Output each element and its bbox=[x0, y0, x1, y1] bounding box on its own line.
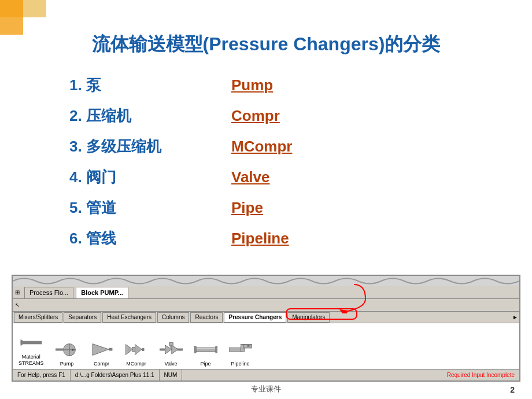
icon-valve-label: Valve bbox=[165, 361, 178, 367]
item-3-cn: 3. 多级压缩机 bbox=[69, 136, 220, 157]
icon-pipe-label: Pipe bbox=[201, 361, 211, 367]
tab-mixers-splitters[interactable]: Mixers/Splitters bbox=[14, 312, 62, 323]
icon-mcompr-label: MCompr bbox=[126, 361, 146, 367]
svg-rect-21 bbox=[177, 349, 183, 351]
icon-compr[interactable]: Compr bbox=[90, 339, 113, 367]
item-4-cn: 4. 阀门 bbox=[69, 167, 220, 187]
model-tabs: Mixers/Splitters Separators Heat Exchang… bbox=[13, 312, 519, 323]
icon-pump[interactable]: Pump bbox=[56, 339, 79, 367]
item-5-cn: 5. 管道 bbox=[69, 198, 220, 218]
item-1-cn: 1. 泵 bbox=[69, 75, 220, 95]
statusbar: For Help, press F1 d:\...g Folders\Aspen… bbox=[13, 369, 519, 380]
title-prefix: 流体输送模型 bbox=[92, 34, 203, 54]
cursor-icon: ⊞ bbox=[15, 289, 20, 295]
tab-reactors[interactable]: Reactors bbox=[190, 312, 223, 323]
tab-manipulators[interactable]: Manipulators bbox=[287, 312, 330, 323]
list-item: 4. 阀门 Valve bbox=[69, 167, 292, 187]
app-toolbar: ↖ bbox=[13, 299, 519, 312]
svg-rect-2 bbox=[0, 0, 23, 17]
svg-rect-27 bbox=[215, 346, 217, 353]
app-titlebar: ⊞ Process Flo... Block PUMP... bbox=[13, 286, 519, 299]
svg-rect-6 bbox=[56, 349, 64, 351]
icon-compr-label: Compr bbox=[94, 361, 109, 367]
svg-rect-28 bbox=[229, 348, 242, 352]
slide: 流体输送模型(Pressure Changers)的分类 1. 泵 Pump 2… bbox=[0, 0, 532, 399]
red-arrow bbox=[308, 282, 377, 313]
screenshot-area: ⊞ Process Flo... Block PUMP... ↖ Mixers/… bbox=[12, 275, 520, 382]
status-path: d:\...g Folders\Aspen Plus 11.1 bbox=[71, 370, 160, 380]
list-item: 5. 管道 Pipe bbox=[69, 198, 292, 218]
item-4-en: Valve bbox=[231, 168, 270, 186]
scroll-right-icon[interactable]: ► bbox=[512, 314, 518, 320]
svg-rect-25 bbox=[194, 348, 217, 349]
svg-rect-15 bbox=[142, 348, 144, 351]
icon-mcompr[interactable]: MCompr bbox=[125, 339, 148, 367]
icon-pipe[interactable]: Pipe bbox=[194, 339, 217, 367]
svg-marker-4 bbox=[20, 339, 25, 346]
item-6-cn: 6. 管线 bbox=[69, 228, 220, 249]
items-container: 1. 泵 Pump 2. 压缩机 Compr 3. 多级压缩机 MCompr 4… bbox=[69, 75, 292, 249]
item-6-en: Pipeline bbox=[231, 230, 289, 247]
list-item: 1. 泵 Pump bbox=[69, 75, 292, 95]
tab-pressure-changers[interactable]: Pressure Changers bbox=[224, 312, 286, 323]
list-item: 6. 管线 Pipeline bbox=[69, 228, 292, 249]
list-item: 3. 多级压缩机 MCompr bbox=[69, 136, 292, 157]
svg-rect-26 bbox=[194, 346, 196, 353]
svg-marker-20 bbox=[171, 345, 178, 354]
item-5-en: Pipe bbox=[231, 199, 263, 217]
tab-heat-exchangers[interactable]: Heat Exchangers bbox=[102, 312, 156, 323]
svg-rect-23 bbox=[170, 345, 172, 348]
svg-marker-12 bbox=[125, 344, 132, 354]
wave-border bbox=[13, 276, 519, 286]
icon-pipeline-label: Pipeline bbox=[231, 361, 250, 367]
icon-pump-label: Pump bbox=[60, 361, 74, 367]
item-1-en: Pump bbox=[231, 76, 273, 94]
toolbar-cursor-icon: ↖ bbox=[15, 302, 20, 308]
list-item: 2. 压缩机 Compr bbox=[69, 106, 292, 126]
app-tab-process[interactable]: Process Flo... bbox=[24, 287, 73, 298]
icon-valve[interactable]: Valve bbox=[160, 339, 183, 367]
status-required: Required Input Incomplete bbox=[182, 370, 519, 380]
item-3-en: MCompr bbox=[231, 138, 292, 156]
svg-marker-14 bbox=[135, 344, 142, 354]
icons-area: MaterialSTREAMS bbox=[13, 323, 519, 369]
app-tab-block[interactable]: Block PUMP... bbox=[76, 287, 128, 298]
title-en: (Pressure Changers) bbox=[203, 34, 385, 54]
tab-separators[interactable]: Separators bbox=[64, 312, 101, 323]
icon-pipeline[interactable]: Pipeline bbox=[229, 339, 252, 367]
svg-rect-11 bbox=[109, 348, 112, 351]
status-num: NUM bbox=[160, 370, 183, 380]
footer-center: 专业课件 bbox=[251, 384, 281, 394]
slide-title: 流体输送模型(Pressure Changers)的分类 bbox=[92, 32, 441, 57]
item-2-en: Compr bbox=[231, 107, 280, 125]
icon-material-streams[interactable]: MaterialSTREAMS bbox=[19, 332, 44, 367]
svg-marker-32 bbox=[339, 309, 348, 313]
svg-marker-10 bbox=[93, 344, 109, 356]
footer-page: 2 bbox=[510, 385, 515, 394]
corner-decoration bbox=[0, 0, 46, 35]
tab-columns[interactable]: Columns bbox=[157, 312, 189, 323]
item-2-cn: 2. 压缩机 bbox=[69, 106, 220, 126]
title-suffix: 的分类 bbox=[385, 34, 440, 54]
svg-rect-13 bbox=[132, 348, 135, 352]
svg-rect-18 bbox=[160, 349, 165, 351]
status-help: For Help, press F1 bbox=[13, 370, 71, 380]
